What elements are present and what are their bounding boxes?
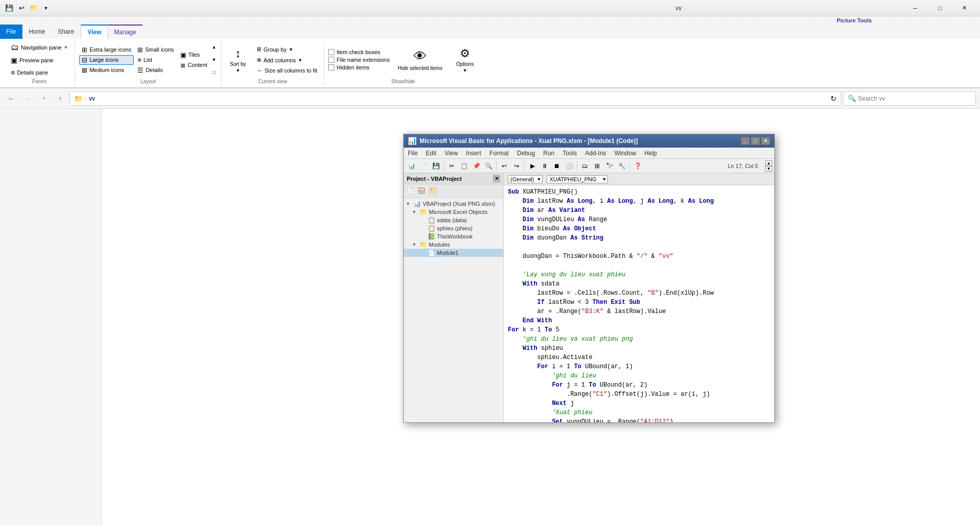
tab-view[interactable]: View <box>81 25 108 39</box>
vba-tb-project-explorer[interactable]: 🗂 <box>579 160 591 172</box>
vba-tb-toolbox[interactable]: 🔧 <box>616 160 627 172</box>
address-bar[interactable]: 📁 › vv ↻ <box>69 91 841 106</box>
vba-close-btn[interactable]: ✕ <box>761 137 770 145</box>
vba-menu-addins[interactable]: Add-Ins <box>581 149 610 158</box>
large-icons-btn[interactable]: ⊟ Large icons <box>79 55 134 65</box>
tab-manage[interactable]: Manage <box>108 25 143 39</box>
tree-excel-objects[interactable]: ▼ 📁 Microsoft Excel Objects <box>404 208 503 216</box>
vba-pos-up[interactable]: ▲ <box>765 160 772 166</box>
vba-tb-run[interactable]: ▶ <box>527 160 538 172</box>
preview-pane-btn[interactable]: ▣ Preview pane <box>8 55 56 65</box>
tree-sdata[interactable]: 📋 sdata (data) <box>404 216 503 224</box>
sort-by-btn[interactable]: ↕ Sort by ▼ <box>226 46 250 74</box>
qat-dropdown[interactable]: ▼ <box>41 3 51 13</box>
details-btn[interactable]: ☰ Details <box>135 65 176 75</box>
vba-tb-design-mode[interactable]: ⬜ <box>564 160 575 172</box>
layout-group-content: ⊞ Extra large icons ⊟ Large icons ⊠ Medi… <box>79 42 217 78</box>
project-pane-close-btn[interactable]: ✕ <box>493 175 500 182</box>
vba-tb-copy[interactable]: 📋 <box>458 160 470 172</box>
tiles-btn[interactable]: ▣ Tiles <box>178 50 210 60</box>
vba-tb-insert-module[interactable]: 📄 <box>418 160 429 172</box>
tree-modules[interactable]: ▼ 📁 Modules <box>404 241 503 249</box>
tree-toggle-excel[interactable]: ▼ <box>412 209 418 214</box>
minimize-btn[interactable]: ─ <box>903 1 927 15</box>
medium-icons-btn[interactable]: ⊠ Medium icons <box>79 65 134 75</box>
vba-menu-debug[interactable]: Debug <box>513 149 539 158</box>
vba-tb-save[interactable]: 💾 <box>430 160 442 172</box>
search-bar[interactable]: 🔍 <box>843 91 976 106</box>
group-by-btn[interactable]: ⊞ Group by ▼ <box>254 45 320 54</box>
vba-tb-undo[interactable]: ↩ <box>499 160 510 172</box>
layout-expand[interactable]: □ <box>211 70 217 75</box>
item-check-boxes-chk[interactable]: Item check boxes <box>328 49 389 55</box>
vba-menu-tools[interactable]: Tools <box>558 149 581 158</box>
hidden-items-chk[interactable]: Hidden items <box>328 64 389 70</box>
vba-tb-redo[interactable]: ↪ <box>511 160 522 172</box>
vba-tb-properties[interactable]: ⊞ <box>592 160 603 172</box>
tree-toggle-root[interactable]: ▼ <box>406 201 412 206</box>
vba-tb-cut[interactable]: ✂ <box>446 160 457 172</box>
undo-qat-btn[interactable]: ↩ <box>16 3 27 13</box>
vba-tb-find[interactable]: 🔍 <box>483 160 494 172</box>
maximize-btn[interactable]: □ <box>928 1 951 15</box>
vba-menu-edit[interactable]: Edit <box>422 149 440 158</box>
current-view-group-content: ↕ Sort by ▼ ⊞ Group by ▼ ⊕ Add columns ▼ <box>226 42 320 78</box>
tree-toggle-modules[interactable]: ▼ <box>412 242 418 247</box>
proc-dropdown[interactable]: XUATPHIEU_PNG ▼ <box>547 175 608 183</box>
add-columns-btn[interactable]: ⊕ Add columns ▼ <box>254 56 320 64</box>
search-input[interactable] <box>858 95 971 102</box>
proj-view-code[interactable]: 📄 <box>406 186 415 196</box>
vba-menu-run[interactable]: Run <box>539 149 558 158</box>
vba-tb-paste[interactable]: 📌 <box>471 160 482 172</box>
panes-label: Panes <box>8 79 70 84</box>
size-all-columns-btn[interactable]: ↔ Size all columns to fit <box>254 66 320 75</box>
hide-selected-items-btn[interactable]: 👁 Hide selected items <box>395 47 445 73</box>
object-dropdown[interactable]: (General) ▼ <box>508 175 543 183</box>
item-check-boxes-box[interactable] <box>328 49 334 55</box>
vba-menu-file[interactable]: File <box>404 149 422 158</box>
vba-menu-format[interactable]: Format <box>485 149 513 158</box>
small-icons-btn[interactable]: ⊞ Small icons <box>135 45 176 55</box>
extra-large-icons-btn[interactable]: ⊞ Extra large icons <box>79 45 134 55</box>
vba-menu-window[interactable]: Window <box>610 149 641 158</box>
proj-toggle-folders[interactable]: 📁 <box>428 186 437 196</box>
tab-file[interactable]: File <box>0 25 22 39</box>
vba-tb-help[interactable]: ❓ <box>632 160 643 172</box>
options-btn[interactable]: ⚙ Options ▼ <box>452 46 478 74</box>
vba-pos-down[interactable]: ▼ <box>765 166 772 172</box>
vba-tb-break[interactable]: ⏸ <box>539 160 550 172</box>
save-qat-btn[interactable]: 💾 <box>4 3 14 13</box>
list-btn[interactable]: ≡ List <box>135 55 176 65</box>
hidden-items-box[interactable] <box>328 64 334 70</box>
tree-module1[interactable]: 📄 Module1 <box>404 249 503 257</box>
layout-scroll-up[interactable]: ▲ <box>211 44 217 50</box>
tab-home[interactable]: Home <box>22 25 52 39</box>
vba-minimize-btn[interactable]: _ <box>741 137 750 145</box>
back-btn[interactable]: ← <box>4 91 18 106</box>
vba-menu-view[interactable]: View <box>440 149 462 158</box>
address-refresh-btn[interactable]: ↻ <box>830 94 837 103</box>
forward-btn[interactable]: → <box>20 91 35 106</box>
tree-thisworkbook[interactable]: 📗 ThisWorkbook <box>404 232 503 241</box>
details-pane-btn[interactable]: ≡ Details pane <box>8 67 51 78</box>
tab-share[interactable]: Share <box>52 25 81 39</box>
folder-qat-btn[interactable]: 📁 <box>29 3 39 13</box>
proj-view-object[interactable]: 🪟 <box>417 186 426 196</box>
vba-tb-object-browser[interactable]: 🔭 <box>604 160 615 172</box>
up-btn[interactable]: ↑ <box>53 91 67 106</box>
layout-scroll-down[interactable]: ▼ <box>211 57 217 62</box>
recent-btn[interactable]: ▼ <box>37 91 51 106</box>
close-btn[interactable]: ✕ <box>952 1 976 15</box>
navigation-pane-btn[interactable]: 🗂 Navigation pane ▼ <box>8 42 70 53</box>
file-name-ext-box[interactable] <box>328 57 334 63</box>
tree-sphieu[interactable]: 📋 sphieu (phieu) <box>404 224 503 232</box>
vba-maximize-btn[interactable]: □ <box>751 137 760 145</box>
code-body[interactable]: Sub XUATPHIEU_PNG() Dim lastRow As Long,… <box>504 185 774 422</box>
tree-vbaproject[interactable]: ▼ 📊 VBAProject (Xuat PNG.xlsm) <box>404 200 503 208</box>
vba-menu-insert[interactable]: Insert <box>462 149 485 158</box>
vba-tb-stop[interactable]: ⏹ <box>551 160 562 172</box>
content-btn[interactable]: ≣ Content <box>178 60 210 70</box>
vba-menu-help[interactable]: Help <box>640 149 661 158</box>
file-name-ext-chk[interactable]: File name extensions <box>328 57 389 63</box>
vba-tb-view-excel[interactable]: 📊 <box>406 160 417 172</box>
